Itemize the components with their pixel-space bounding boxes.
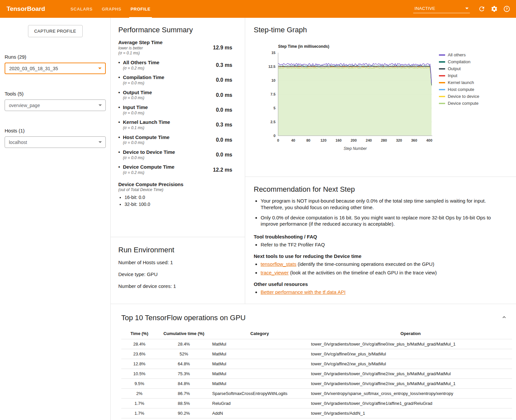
metric-row: Average Step Timelower is better(σ = 0.1… xyxy=(118,40,232,56)
operation-cell: tower_0/v/gradients/tower_0/v/cg/affine0… xyxy=(309,339,512,349)
legend-item: Kernel launch xyxy=(439,79,479,86)
legend-item: Device compute xyxy=(439,100,479,107)
category-cell: ReluGrad xyxy=(210,399,309,408)
table-row: 1.7%88.5%ReluGradtower_0/v/gradients/tow… xyxy=(121,399,512,408)
metrics-list: Average Step Timelower is better(σ = 0.1… xyxy=(118,40,232,176)
collapse-button[interactable] xyxy=(500,313,509,323)
time-cell: 9.5% xyxy=(121,379,158,389)
operation-cell: tower_0/v/cg/affine0/xw_plus_b/MatMul xyxy=(309,349,512,359)
legend-swatch-device-to-device xyxy=(439,96,445,97)
svg-text:2.5: 2.5 xyxy=(271,120,275,124)
app-title: TensorBoard xyxy=(7,0,57,18)
runs-label: Runs (29) xyxy=(5,54,106,60)
cumulative-cell: 84.8% xyxy=(158,379,210,389)
metric-subtext: (σ = 0.0 ms) xyxy=(123,81,164,86)
help-button[interactable]: ? xyxy=(502,4,512,14)
legend-item: Output xyxy=(439,65,479,72)
performance-summary-title: Performance Summary xyxy=(118,26,232,34)
legend-item: All others xyxy=(439,51,479,58)
cumulative-cell: 88.5% xyxy=(158,399,210,408)
time-cell: 23.6% xyxy=(121,349,158,359)
cumulative-cell: 28.4% xyxy=(158,339,210,349)
legend-label: Device to device xyxy=(448,94,479,99)
svg-text:280: 280 xyxy=(381,138,387,142)
metric-value: 12.9 ms xyxy=(213,45,232,51)
environment-line: Number of device cores: 1 xyxy=(118,283,237,289)
time-cell: 1.7% xyxy=(121,399,158,408)
legend-label: Device compute xyxy=(448,101,478,106)
run-environment-title: Run Environment xyxy=(118,246,237,254)
recommendation-bullet: Only 0.0% of device computation is 16 bi… xyxy=(261,214,501,228)
step-time-chart: Step Time (in milliseconds)02.557.51012.… xyxy=(262,43,435,155)
metric-row: •Kernel Launch Time(σ = 0.1 ms)0.3 ms xyxy=(118,119,232,130)
tab-graphs[interactable]: GRAPHS xyxy=(97,0,126,18)
tools-dropdown-value: overview_page xyxy=(9,103,40,108)
bullet-icon: • xyxy=(118,104,123,111)
metric-row: •All Others Time(σ = 0.2 ms)0.3 ms xyxy=(118,60,232,71)
svg-text:0: 0 xyxy=(273,134,275,138)
metric-row: •Device to Device Time(σ = 0.0 ms)0.0 ms xyxy=(118,149,232,160)
legend-item: Device to device xyxy=(439,93,479,100)
bullet-icon: • xyxy=(118,164,123,170)
tab-profile[interactable]: PROFILE xyxy=(126,0,155,18)
tools-dropdown[interactable]: overview_page xyxy=(5,99,106,111)
legend-label: Host compute xyxy=(448,87,474,92)
status-dropdown[interactable]: INACTIVE xyxy=(413,5,470,13)
table-row: 2%86.7%SparseSoftmaxCrossEntropyWithLogi… xyxy=(121,389,512,399)
metric-subtext: (σ = 0.0 ms) xyxy=(123,155,175,161)
metric-value: 0.0 ms xyxy=(216,77,232,83)
time-cell: 1.7% xyxy=(121,408,158,418)
metric-value: 0.3 ms xyxy=(216,122,232,128)
resource-item: Better performance with the tf.data API xyxy=(261,289,501,295)
metric-value: 0.0 ms xyxy=(216,107,232,113)
svg-text:360: 360 xyxy=(411,138,417,142)
svg-text:12.5: 12.5 xyxy=(269,65,275,69)
legend-label: All others xyxy=(448,52,466,57)
time-cell: 10.5% xyxy=(121,369,158,379)
refresh-button[interactable] xyxy=(476,4,487,14)
column-header: Operation xyxy=(309,328,512,339)
capture-profile-button[interactable]: CAPTURE PROFILE xyxy=(28,25,83,37)
next-tool-item: tensorflow_stats (identify the time-cons… xyxy=(261,261,501,267)
settings-button[interactable] xyxy=(489,4,500,14)
next-tool-description: (look at the activities on the timeline … xyxy=(289,270,437,275)
column-header: Category xyxy=(210,328,309,339)
tab-scalars[interactable]: SCALARS xyxy=(66,0,97,18)
faq-item: Refer to the TF2 Profiler FAQ xyxy=(261,241,501,248)
bullet-icon: • xyxy=(118,119,123,126)
nav-tabs: SCALARSGRAPHSPROFILE xyxy=(66,0,155,18)
legend-swatch-host-compute xyxy=(439,89,445,90)
operation-cell: tower_0/v/cg/affine2/xw_plus_b/MatMul xyxy=(309,359,512,369)
column-header: Time (%) xyxy=(121,328,158,339)
svg-text:200: 200 xyxy=(351,138,357,142)
next-tools-heading: Next tools to use for reducing the Devic… xyxy=(254,253,501,259)
chevron-down-icon xyxy=(465,8,469,9)
environment-line: Number of Hosts used: 1 xyxy=(118,260,237,265)
precision-item: 16-bit: 0.0 xyxy=(125,195,232,200)
resources-heading: Other useful resources xyxy=(254,281,501,287)
performance-summary-card: Performance Summary Average Step Timelow… xyxy=(111,18,245,237)
category-cell: AddN xyxy=(210,408,309,418)
cumulative-cell: 90.2% xyxy=(158,408,210,418)
svg-text:120: 120 xyxy=(320,138,326,142)
runs-dropdown-value: 2020_03_05_18_31_35 xyxy=(9,66,58,71)
metric-row: •Compilation Time(σ = 0.0 ms)0.0 ms xyxy=(118,74,232,86)
link-trace-viewer[interactable]: trace_viewer xyxy=(261,270,289,275)
runs-dropdown[interactable]: 2020_03_05_18_31_35 xyxy=(5,63,106,74)
hosts-dropdown[interactable]: localhost xyxy=(5,136,106,148)
link-tensorflow-stats[interactable]: tensorflow_stats xyxy=(261,261,296,267)
device-compute-precisions: Device Compute Precisions (out of Total … xyxy=(118,182,232,207)
sidebar: CAPTURE PROFILE Runs (29) 2020_03_05_18_… xyxy=(0,18,110,420)
svg-text:0: 0 xyxy=(277,138,279,142)
category-cell: MatMul xyxy=(210,339,309,349)
table-row: 9.5%84.8%MatMultower_0/v/gradients/tower… xyxy=(121,379,512,389)
legend-swatch-all-others xyxy=(439,54,445,56)
metric-subtext: (σ = 0.0 ms) xyxy=(123,96,152,101)
table-row: 28.4%28.4%MatMultower_0/v/gradients/towe… xyxy=(121,339,512,349)
operation-cell: tower_0/v/gradients/tower_0/v/cg/affine2… xyxy=(309,369,512,379)
category-cell: MatMul xyxy=(210,379,309,389)
top-ops-title: Top 10 TensorFlow operations on GPU xyxy=(121,314,245,322)
category-cell: MatMul xyxy=(210,359,309,369)
link-better-performance-with-the-tf-data-api[interactable]: Better performance with the tf.data API xyxy=(261,289,346,295)
bullet-icon: • xyxy=(118,90,123,96)
